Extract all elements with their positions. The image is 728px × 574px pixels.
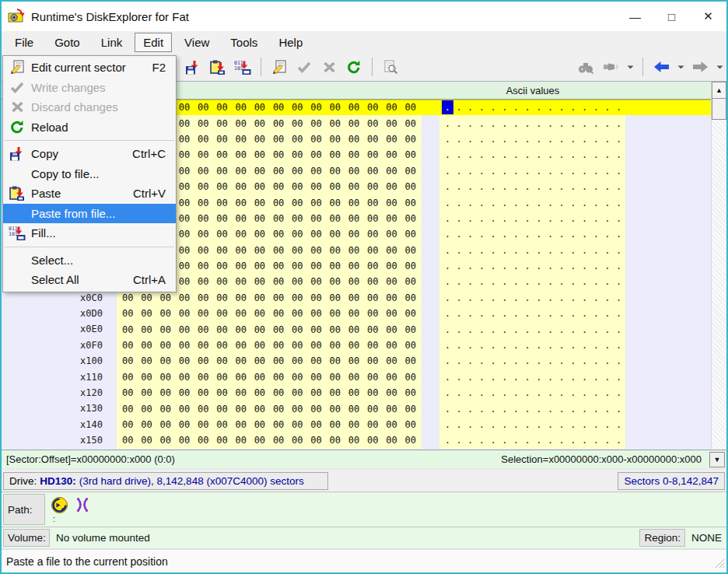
ascii-values[interactable]: ................ [439, 385, 625, 401]
ascii-values[interactable]: ................ [439, 179, 625, 194]
toolbar-separator [261, 58, 261, 76]
hex-row-x150: x15000000000000000000000000000000000....… [2, 432, 711, 448]
ascii-values[interactable]: ................ [439, 100, 625, 115]
menu-item-label: Edit current sector [31, 61, 152, 74]
menubar-item-edit[interactable]: Edit [135, 33, 172, 52]
ascii-values[interactable]: ................ [439, 338, 625, 353]
menu-item-copy[interactable]: CopyCtrl+C [3, 144, 176, 164]
maximize-button[interactable]: □ [653, 2, 690, 31]
menubar-item-goto[interactable]: Goto [46, 33, 89, 52]
hex-bytes[interactable]: 00000000000000000000000000000000 [117, 290, 422, 306]
dropdown-arrow-button [623, 56, 637, 78]
hex-bytes[interactable]: 00000000000000000000000000000000 [117, 353, 422, 369]
discard-x-icon [323, 61, 336, 73]
menu-item-shortcut: Ctrl+A [133, 273, 176, 286]
hex-bytes[interactable]: 00000000000000000000000000000000 [117, 401, 422, 416]
scroll-up-icon[interactable]: ▲ [712, 82, 726, 99]
menu-item-select-all[interactable]: Select AllCtrl+A [3, 270, 176, 290]
ascii-values[interactable]: ................ [439, 417, 625, 432]
ascii-values[interactable]: ................ [439, 306, 625, 321]
menubar-item-help[interactable]: Help [270, 33, 311, 52]
reload-button[interactable] [341, 56, 366, 78]
hex-row-x110: x11000000000000000000000000000000000....… [2, 369, 711, 385]
menu-item-label: Select... [31, 254, 166, 267]
region-label: Region: [639, 529, 685, 547]
position-dropdown-button[interactable]: ▼ [709, 452, 725, 467]
status-text: Paste a file to the current position [6, 555, 168, 568]
menu-bar: FileGotoLinkEditViewToolsHelp [2, 31, 726, 53]
hex-bytes[interactable]: 00000000000000000000000000000000 [117, 321, 422, 337]
ascii-values[interactable]: ................ [439, 131, 625, 147]
paste-clipboard-button[interactable] [205, 56, 230, 78]
copy-disk-button[interactable] [180, 56, 205, 78]
hex-row-x0F0: x0F000000000000000000000000000000000....… [2, 338, 711, 353]
drive-description: (3rd hard drive), 8,142,848 (x007C4000) … [79, 475, 304, 487]
dropdown-arrow-button[interactable] [674, 56, 688, 78]
edit-cursor[interactable]: . [442, 100, 453, 114]
menu-item-select[interactable]: Select... [3, 250, 176, 271]
row-offset-label: x0E0 [2, 324, 103, 334]
ascii-values[interactable]: ................ [439, 369, 625, 385]
menubar-item-tools[interactable]: Tools [222, 33, 266, 52]
sectors-range: Sectors 0-8,142,847 [624, 475, 719, 487]
ascii-values[interactable]: ................ [439, 211, 625, 226]
menu-item-fill[interactable]: 011101Fill... [3, 223, 176, 243]
window-title: Runtime's DiskExplorer for Fat [31, 10, 189, 23]
ascii-values[interactable]: ................ [439, 163, 625, 179]
diskexplorer-app-icon [8, 8, 26, 25]
menubar-item-file[interactable]: File [6, 33, 42, 52]
vertical-scrollbar[interactable]: ▲ [711, 82, 726, 450]
disk-spiral-icon[interactable] [50, 495, 68, 514]
menu-item-paste[interactable]: PasteCtrl+V [3, 184, 176, 204]
ascii-values[interactable]: ................ [439, 401, 625, 416]
back-arrow-button[interactable] [649, 56, 674, 78]
menu-item-label: Paste [31, 187, 133, 200]
edit-sector-button[interactable] [267, 56, 292, 78]
scrollbar-thumb[interactable] [712, 99, 726, 120]
menubar-item-view[interactable]: View [176, 33, 218, 52]
ascii-values[interactable]: ................ [439, 432, 625, 448]
ascii-values[interactable]: ................ [439, 321, 625, 337]
hex-bytes[interactable]: 00000000000000000000000000000000 [117, 417, 422, 432]
write-check-icon [3, 82, 31, 93]
minimize-button[interactable]: — [617, 2, 653, 31]
ascii-values[interactable]: ................ [439, 274, 625, 289]
selection-readout: Selection=x00000000:x000-x00000000:x000 [501, 453, 702, 465]
write-check-icon [297, 61, 311, 73]
menu-item-shortcut: F2 [152, 61, 176, 74]
hex-row-x140: x14000000000000000000000000000000000....… [2, 417, 711, 432]
close-button[interactable]: ✕ [690, 2, 726, 31]
hex-bytes[interactable]: 00000000000000000000000000000000 [117, 385, 422, 401]
hex-bytes[interactable]: 00000000000000000000000000000000 [117, 432, 422, 448]
ascii-values[interactable]: ................ [439, 290, 625, 306]
menu-item-paste-from-file[interactable]: Paste from file... [3, 204, 176, 224]
ascii-values[interactable]: ................ [439, 115, 625, 131]
drive-label: Drive: [9, 475, 37, 487]
ascii-values[interactable]: ................ [439, 147, 625, 163]
menu-item-label: Write changes [31, 81, 166, 94]
find-binoculars-icon [578, 61, 593, 74]
hex-bytes[interactable]: 00000000000000000000000000000000 [117, 306, 422, 321]
menu-item-edit-current-sector[interactable]: Edit current sectorF2 [3, 58, 176, 78]
ascii-values[interactable]: ................ [439, 243, 625, 258]
drive-bar: Drive: HD130: (3rd hard drive), 8,142,84… [2, 470, 726, 492]
ascii-values[interactable]: ................ [439, 353, 625, 369]
dropdown-arrow-icon [716, 65, 723, 70]
hex-row-x130: x13000000000000000000000000000000000....… [2, 401, 711, 416]
position-bar: [Sector:Offset]=x00000000:x000 (0:0) Sel… [2, 450, 726, 470]
menu-separator [5, 140, 174, 141]
fill-disk-button[interactable]: 011101 [230, 56, 255, 78]
ascii-values[interactable]: ................ [439, 258, 625, 274]
menu-item-copy-to-file[interactable]: Copy to file... [3, 164, 176, 184]
ascii-values[interactable]: ................ [439, 226, 625, 242]
menubar-item-link[interactable]: Link [93, 33, 131, 52]
hex-bytes[interactable]: 00000000000000000000000000000000 [117, 338, 422, 353]
title-bar: Runtime's DiskExplorer for Fat — □ ✕ [2, 2, 726, 31]
hex-bytes[interactable]: 00000000000000000000000000000000 [117, 369, 422, 385]
resize-grip-icon[interactable] [715, 558, 725, 571]
ascii-values[interactable]: ................ [439, 194, 625, 210]
link-nodes-icon[interactable] [73, 495, 92, 514]
menu-item-reload[interactable]: Reload [3, 117, 176, 138]
reload-icon [3, 120, 31, 134]
hex-row-x0E0: x0E000000000000000000000000000000000....… [2, 321, 711, 337]
